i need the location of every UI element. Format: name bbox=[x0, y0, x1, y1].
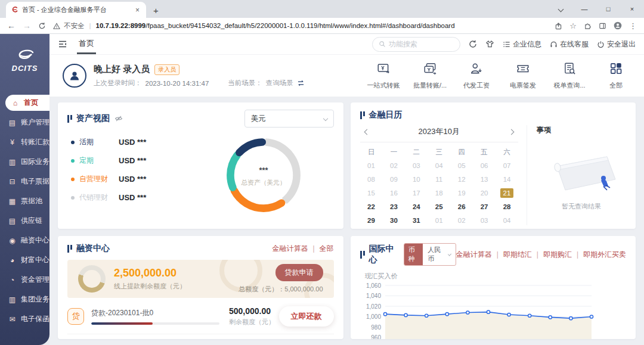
calendar-date[interactable]: 04 bbox=[428, 161, 450, 170]
calendar-date[interactable]: 01 bbox=[428, 216, 450, 225]
tab-close-icon[interactable]: × bbox=[134, 6, 141, 14]
extensions-puzzle-icon[interactable] bbox=[584, 22, 592, 30]
calendar-date[interactable]: 03 bbox=[473, 216, 496, 225]
repay-now-button[interactable]: 立即还款 bbox=[279, 306, 334, 327]
intl-fin-calculator-link[interactable]: 金融计算器 bbox=[456, 250, 492, 260]
window-close-button[interactable]: × bbox=[620, 0, 644, 18]
user-avatar[interactable] bbox=[63, 64, 86, 88]
calendar-date[interactable]: 04 bbox=[496, 216, 518, 225]
calendar-date[interactable]: 19 bbox=[450, 188, 473, 198]
sidebar-item-financing-center[interactable]: ◉融资中心 bbox=[0, 232, 49, 248]
intl-spot-fx-trade-link[interactable]: 即期外汇买卖 bbox=[583, 250, 626, 260]
quick-action-batch-transfer[interactable]: 批量转账/... bbox=[413, 61, 447, 90]
profile-avatar-icon[interactable] bbox=[614, 21, 622, 30]
calendar-date[interactable]: 30 bbox=[382, 216, 405, 225]
window-menu-chevron-icon[interactable] bbox=[549, 0, 572, 18]
calendar-date[interactable]: 02 bbox=[382, 161, 405, 170]
new-tab-button[interactable]: + bbox=[153, 5, 159, 15]
calendar-date[interactable]: 05 bbox=[450, 161, 473, 170]
refresh-icon[interactable] bbox=[469, 40, 477, 48]
calendar-date[interactable]: 08 bbox=[360, 175, 383, 184]
browser-menu-icon[interactable]: ⋮ bbox=[629, 21, 637, 30]
calendar-date[interactable]: 17 bbox=[405, 188, 428, 198]
intl-spot-settlement-link[interactable]: 即期结汇 bbox=[503, 250, 532, 260]
calendar-date[interactable]: 09 bbox=[382, 175, 405, 184]
sidebar-item-account-mgmt[interactable]: ▤账户管理 bbox=[0, 114, 49, 130]
sidebar-item-home[interactable]: ⌂首页 bbox=[5, 95, 49, 111]
calendar-date[interactable]: 14 bbox=[496, 175, 518, 184]
bookmark-star-icon[interactable]: ☆ bbox=[569, 21, 577, 30]
quick-action-ebill-issue[interactable]: 电票签发 bbox=[506, 61, 540, 90]
calendar-date[interactable]: 10 bbox=[405, 175, 428, 184]
fx-currency-select[interactable]: 币种 人民币 bbox=[404, 243, 456, 266]
function-search[interactable] bbox=[372, 37, 460, 52]
calendar-date[interactable]: 26 bbox=[450, 202, 473, 212]
calendar-date[interactable]: 03 bbox=[405, 161, 428, 170]
calendar-date[interactable]: 20 bbox=[473, 188, 496, 198]
calendar-date[interactable]: 25 bbox=[428, 202, 450, 212]
sidebar-item-supply-chain[interactable]: ▤供应链 bbox=[0, 213, 49, 229]
quick-action-all-apps[interactable]: 全部 bbox=[599, 61, 633, 90]
empty-result-text: 暂无查询结果 bbox=[562, 202, 601, 211]
calendar-date[interactable]: 02 bbox=[450, 216, 473, 225]
calendar-date[interactable]: 27 bbox=[473, 202, 496, 212]
reload-button[interactable] bbox=[38, 22, 46, 30]
calendar-date[interactable]: 18 bbox=[428, 188, 450, 198]
currency-select[interactable]: 美元 bbox=[244, 110, 334, 128]
calendar-date[interactable]: 23 bbox=[382, 202, 405, 212]
financing-all-link[interactable]: 全部 bbox=[320, 244, 334, 254]
toggle-visibility-eye-icon[interactable] bbox=[114, 115, 123, 122]
quick-action-onestop-transfer[interactable]: 一站式转账 bbox=[366, 61, 401, 90]
calendar-date[interactable]: 15 bbox=[360, 188, 383, 198]
calendar-date[interactable]: 13 bbox=[473, 175, 496, 184]
calendar-date[interactable]: 16 bbox=[382, 188, 405, 198]
calendar-prev-month-icon[interactable] bbox=[363, 129, 371, 135]
calendar-date[interactable]: 07 bbox=[496, 161, 518, 170]
calendar-date[interactable]: 22 bbox=[360, 202, 383, 212]
browser-tab[interactable]: 首页 - 企业综合金融服务平台 × bbox=[6, 2, 146, 18]
calendar-date[interactable]: 06 bbox=[473, 161, 496, 170]
header-action-online-service[interactable]: 在线客服 bbox=[550, 39, 589, 49]
sidebar-item-transfer-remit[interactable]: ¥转账汇款 bbox=[0, 134, 49, 150]
sidebar-item-bill-pool[interactable]: ▦票据池 bbox=[0, 193, 49, 209]
quick-action-tax-query[interactable]: 税单查询... bbox=[552, 61, 587, 90]
calendar-date[interactable]: 24 bbox=[405, 202, 428, 212]
calendar-date[interactable]: 31 bbox=[405, 216, 428, 225]
collapse-menu-icon[interactable] bbox=[58, 40, 67, 48]
window-maximize-button[interactable]: □ bbox=[596, 0, 620, 18]
sidebar-item-wealth-center[interactable]: ◕财富中心 bbox=[0, 252, 49, 268]
calendar-date[interactable]: 28 bbox=[496, 202, 518, 212]
calendar-date-selected[interactable]: 21 bbox=[500, 188, 513, 198]
scene-switch-icon[interactable] bbox=[297, 80, 305, 86]
window-minimize-button[interactable]: — bbox=[572, 0, 596, 18]
header-action-company-info[interactable]: 企业信息 bbox=[503, 39, 541, 49]
quick-action-salary-payment[interactable]: 代发工资 bbox=[459, 61, 494, 90]
financing-fin-calculator-link[interactable]: 金融计算器 bbox=[272, 244, 308, 254]
side-panel-icon[interactable] bbox=[599, 22, 606, 30]
url-bar[interactable]: 不安全 | 10.7.19.22:8999/fpaas_bucket/94154… bbox=[53, 21, 547, 30]
sidebar-item-fund-mgmt[interactable]: ◔资金管理 bbox=[0, 272, 49, 288]
power-icon bbox=[597, 41, 605, 48]
intl-spot-purchase-link[interactable]: 即期购汇 bbox=[543, 250, 572, 260]
sidebar-item-e-bill[interactable]: ⊟电子票据 bbox=[0, 173, 49, 189]
sidebar-item-international[interactable]: ▥国际业务 bbox=[0, 154, 49, 170]
sidebar-item-group-business[interactable]: ▥集团业务 bbox=[0, 291, 49, 307]
header-action-safe-exit[interactable]: 安全退出 bbox=[597, 39, 636, 49]
calendar-next-month-icon[interactable] bbox=[507, 129, 516, 135]
search-input[interactable] bbox=[389, 40, 448, 48]
forward-button[interactable]: → bbox=[23, 21, 31, 30]
share-icon[interactable] bbox=[555, 22, 562, 30]
svg-text:960: 960 bbox=[371, 334, 381, 339]
app-root: DCITS ⌂首页▤账户管理¥转账汇款▥国际业务⊟电子票据▦票据池▤供应链◉融资… bbox=[0, 34, 644, 345]
theme-skin-icon[interactable] bbox=[485, 40, 494, 48]
calendar-grid: 日一二三四五六010203040506070809101112131415161… bbox=[360, 148, 519, 225]
calendar-date[interactable]: 01 bbox=[360, 161, 383, 170]
calendar-date[interactable]: 11 bbox=[428, 175, 450, 184]
calendar-date[interactable]: 29 bbox=[360, 216, 383, 225]
tab-home[interactable]: 首页 bbox=[77, 34, 96, 54]
loan-apply-button[interactable]: 贷款申请 bbox=[275, 264, 323, 281]
sidebar-item-label: 融资中心 bbox=[21, 235, 49, 245]
calendar-date[interactable]: 12 bbox=[450, 175, 473, 184]
back-button[interactable]: ← bbox=[7, 21, 16, 30]
sidebar-item-e-guarantee[interactable]: ✉电子保函 bbox=[0, 311, 49, 327]
